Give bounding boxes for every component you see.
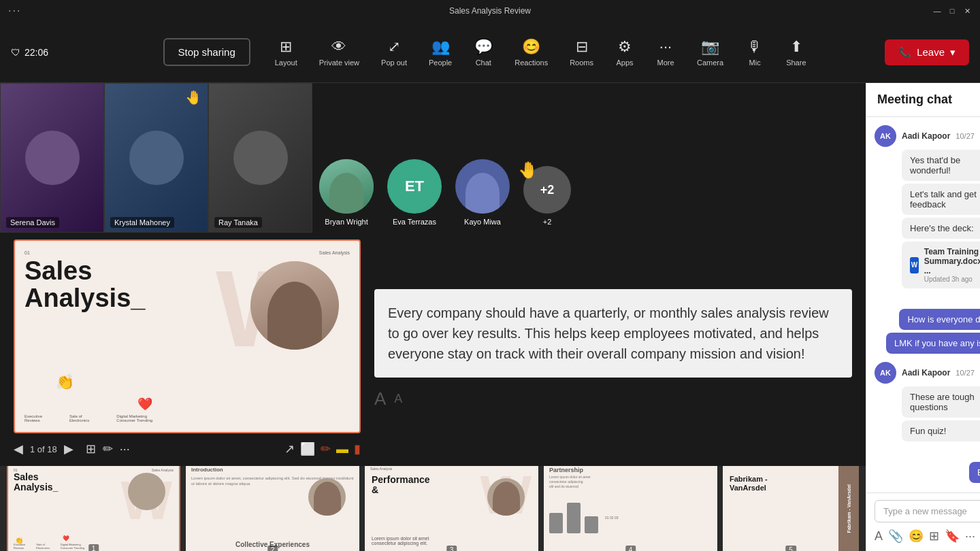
thumbnail-2[interactable]: Introduction Lorem ipsum dolor sit amet,…	[186, 466, 359, 551]
apps-label: Apps	[616, 59, 633, 67]
participant-name-kayo: Kayo Miwa	[464, 218, 501, 226]
message-bubble: Yes that'd be wonderful!	[902, 150, 980, 181]
chat-message-input[interactable]: Type a new message	[875, 500, 980, 522]
slide-frame: 01 Sales Analysis Sales Analysis_ W	[14, 239, 361, 433]
grid-view-button[interactable]: ⊞	[86, 441, 96, 456]
window-title: Sales Analysis Review	[449, 6, 531, 16]
thumb-2-title: Introduction	[191, 467, 354, 473]
time-aadi-1: 10/27	[956, 132, 975, 140]
slide-description-text: Every company should have a quarterly, o…	[374, 289, 852, 378]
doc-info: Team Training Summary.docx ... Updated 3…	[924, 247, 980, 283]
dots-menu[interactable]: ···	[8, 5, 21, 17]
toolbar: 🛡 22:06 Stop sharing ⊞ Layout 👁 Private …	[0, 22, 980, 83]
slide-bottom-items: ExecutiveReviews Sale ofElectronics Digi…	[24, 414, 152, 422]
gif-button[interactable]: ⊞	[929, 529, 939, 544]
minimize-button[interactable]: —	[932, 6, 942, 16]
thumb-4-number: 4	[625, 546, 636, 552]
pop-out-label: Pop out	[381, 59, 407, 67]
slide-title: Sales Analysis_	[24, 258, 350, 312]
more-chat-tools-button[interactable]: ···	[965, 529, 975, 544]
attach-file-button[interactable]: 📎	[888, 529, 903, 544]
avatar-aadi-1: AK	[875, 125, 896, 147]
toolbar-item-rooms[interactable]: ⊟ Rooms	[559, 33, 604, 72]
toolbar-item-mic[interactable]: 🎙 Mic	[734, 33, 775, 72]
more-options-button[interactable]: ···	[120, 442, 130, 456]
share-label: Share	[786, 59, 806, 67]
toolbar-item-private-view[interactable]: 👁 Private view	[308, 33, 370, 72]
thumb-4-bars: 01 02 03	[549, 503, 712, 533]
participants-strip: Serena Davis Krystal Mahoney 🤚 Ray Tanak…	[0, 83, 866, 233]
message-bubble-self: LMK if you have any issues	[886, 333, 980, 354]
sticker-button[interactable]: 🔖	[945, 529, 960, 544]
chat-panel: Meeting chat ✕ AK Aadi Kapoor 10/27 Yes …	[866, 83, 980, 551]
toolbar-item-reactions[interactable]: 😊 Reactions	[504, 33, 559, 72]
message-group-aadi-2: AK Aadi Kapoor 10/27 These are tough que…	[875, 362, 980, 441]
chat-input-area: Type a new message A 📎 😊 ⊞ 🔖 ··· ➤	[866, 492, 980, 551]
message-attachment: W Team Training Summary.docx ... Updated…	[902, 241, 980, 288]
thumb-3-number: 3	[446, 546, 457, 552]
message-bubble: Here's the deck:	[902, 218, 980, 239]
maximize-button[interactable]: □	[947, 6, 957, 16]
thumbnail-3[interactable]: Sales Analysis Performance& W Lorem ipsu…	[365, 466, 538, 551]
message-bubble: Let's talk and get feedback	[902, 184, 980, 215]
message-bubble-self: How is everyone doing?	[899, 309, 980, 330]
slide-thumbnails: 01Sales Analysis SalesAnalysis_ W 👏 ❤️ E…	[0, 466, 866, 551]
highlight-tool[interactable]: ▬	[336, 441, 348, 456]
popout-icon: ⤢	[388, 38, 400, 56]
eraser-tool[interactable]: ⬜	[300, 441, 315, 456]
toolbar-item-people[interactable]: 👥 People	[418, 33, 463, 72]
leave-label: Leave	[917, 46, 945, 58]
format-text-button[interactable]: A	[875, 529, 883, 544]
leave-chevron-icon: ▾	[950, 46, 956, 59]
thumb-4-title: Partnership	[549, 467, 712, 473]
sender-aadi-2: Aadi Kapoor	[902, 368, 950, 378]
leave-button[interactable]: 📞 Leave ▾	[885, 39, 969, 65]
stop-sharing-button[interactable]: Stop sharing	[163, 38, 250, 66]
text-size-decrease[interactable]: A	[394, 392, 402, 406]
chat-title: Meeting chat	[877, 93, 952, 107]
toolbar-item-chat[interactable]: 💬 Chat	[463, 33, 504, 72]
thumb-3-title: Performance&	[372, 475, 430, 496]
close-button[interactable]: ✕	[962, 6, 972, 16]
layout-label: Layout	[275, 59, 297, 67]
toolbar-item-pop-out[interactable]: ⤢ Pop out	[370, 33, 418, 72]
fill-tool[interactable]: ▮	[354, 441, 361, 456]
next-slide-button[interactable]: ▶	[64, 441, 74, 456]
doc-name: Team Training Summary.docx ...	[924, 247, 980, 276]
pointer-tool[interactable]: ↗	[284, 441, 295, 456]
people-icon: 👥	[431, 38, 450, 56]
toolbar-item-more[interactable]: ··· More	[645, 33, 686, 72]
thumbnail-4[interactable]: Partnership Lorem ipsum dolor sit ametco…	[544, 466, 717, 551]
message-bubble: These are tough questions	[902, 386, 980, 418]
text-size-increase[interactable]: A	[374, 388, 386, 410]
thumbnail-1[interactable]: 01Sales Analysis SalesAnalysis_ W 👏 ❤️ E…	[7, 466, 180, 551]
participant-video-ray: Ray Tanaka	[208, 83, 312, 233]
annotation-button[interactable]: ✏	[103, 441, 113, 456]
private-view-label: Private view	[319, 59, 359, 67]
rooms-label: Rooms	[570, 59, 593, 67]
share-icon: ⬆	[790, 38, 802, 56]
prev-slide-button[interactable]: ◀	[14, 441, 23, 456]
toolbar-item-camera[interactable]: 📷 Camera	[686, 33, 734, 72]
slide-viewer: 01 Sales Analysis Sales Analysis_ W	[14, 239, 361, 459]
toolbar-item-share[interactable]: ⬆ Share	[775, 33, 817, 72]
doc-icon: W	[910, 257, 919, 273]
mic-label: Mic	[749, 59, 761, 67]
participant-name-krystal: Krystal Mahoney	[110, 217, 174, 228]
rooms-icon: ⊟	[576, 38, 588, 56]
message-group-self-2: 10/27 Enjoy!	[875, 450, 980, 483]
slide-heart: ❤️	[137, 397, 152, 412]
participant-name-bryan: Bryan Wright	[325, 218, 368, 226]
chat-toolbar-row: A 📎 😊 ⊞ 🔖 ··· ➤	[875, 528, 980, 544]
phone-icon: 📞	[898, 46, 911, 59]
emoji-button[interactable]: 😊	[909, 529, 924, 544]
more-icon: ···	[659, 38, 672, 56]
thumbnail-5[interactable]: Fabrikam -VanArsdel Fabrikam - VanArsdel…	[723, 466, 859, 551]
toolbar-item-apps[interactable]: ⚙ Apps	[604, 33, 645, 72]
toolbar-item-layout[interactable]: ⊞ Layout	[264, 33, 308, 72]
slide-description-area: Every company should have a quarterly, o…	[374, 239, 852, 459]
thumb-2-number: 2	[267, 546, 278, 552]
pen-tool[interactable]: ✏	[321, 441, 331, 456]
mic-icon: 🎙	[747, 38, 762, 56]
message-bubble-self: Enjoy!	[969, 462, 980, 483]
